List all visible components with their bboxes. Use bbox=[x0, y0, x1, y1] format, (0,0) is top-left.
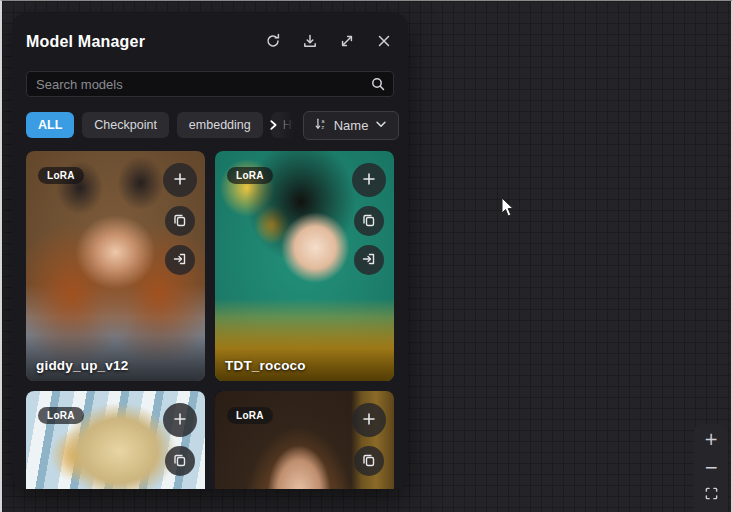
refresh-icon bbox=[265, 33, 281, 52]
canvas-zoom-toolbar: + − bbox=[694, 424, 728, 512]
close-button[interactable] bbox=[374, 32, 394, 52]
add-node-button[interactable] bbox=[163, 403, 197, 437]
sort-label: Name bbox=[334, 118, 369, 133]
expand-button[interactable] bbox=[337, 32, 357, 52]
expand-icon bbox=[339, 33, 355, 52]
node-canvas[interactable]: Model Manager bbox=[0, 0, 733, 512]
plus-icon bbox=[361, 411, 377, 430]
add-node-button[interactable] bbox=[352, 163, 386, 197]
chevron-right-icon[interactable] bbox=[266, 118, 280, 132]
copy-button[interactable] bbox=[354, 446, 384, 476]
model-type-badge: LoRA bbox=[227, 167, 273, 184]
close-icon bbox=[376, 33, 392, 52]
filter-checkpoint[interactable]: Checkpoint bbox=[82, 112, 169, 138]
copy-icon bbox=[361, 452, 377, 471]
import-icon bbox=[172, 251, 188, 270]
model-card-3[interactable]: LoRA bbox=[26, 391, 205, 489]
filter-all[interactable]: ALL bbox=[26, 112, 74, 138]
model-card-grid: LoRA bbox=[26, 151, 394, 489]
svg-text:z: z bbox=[321, 124, 324, 130]
model-type-badge: LoRA bbox=[227, 407, 273, 424]
add-node-button[interactable] bbox=[352, 403, 386, 437]
fit-view-button[interactable] bbox=[697, 482, 725, 508]
copy-button[interactable] bbox=[165, 446, 195, 476]
panel-title: Model Manager bbox=[26, 33, 246, 51]
refresh-button[interactable] bbox=[263, 32, 283, 52]
search-icon bbox=[370, 76, 386, 92]
chevron-down-icon bbox=[374, 117, 388, 134]
download-button[interactable] bbox=[300, 32, 320, 52]
load-workflow-button[interactable] bbox=[354, 245, 384, 275]
sort-dropdown[interactable]: a z Name bbox=[303, 111, 400, 140]
search-input[interactable] bbox=[26, 71, 394, 97]
model-card-4[interactable]: LoRA bbox=[215, 391, 394, 489]
mouse-cursor bbox=[501, 197, 516, 218]
fit-view-icon bbox=[704, 485, 719, 505]
download-icon bbox=[302, 33, 318, 52]
plus-icon bbox=[172, 411, 188, 430]
model-type-badge: LoRA bbox=[38, 167, 84, 184]
add-node-button[interactable] bbox=[163, 163, 197, 197]
copy-button[interactable] bbox=[165, 206, 195, 236]
model-name: TDT_rococo bbox=[225, 358, 306, 373]
card-actions bbox=[163, 163, 197, 275]
svg-text:a: a bbox=[321, 118, 324, 124]
import-icon bbox=[361, 251, 377, 270]
model-card-tdt-rococo[interactable]: LoRA bbox=[215, 151, 394, 381]
filter-bar: ALL Checkpoint embedding Hypernetwork a … bbox=[26, 111, 394, 139]
zoom-in-button[interactable]: + bbox=[697, 426, 725, 452]
model-name: giddy_up_v12 bbox=[36, 358, 128, 373]
search-box bbox=[26, 71, 394, 97]
model-type-badge: LoRA bbox=[38, 407, 84, 424]
copy-icon bbox=[172, 452, 188, 471]
copy-button[interactable] bbox=[354, 206, 384, 236]
sort-alpha-icon: a z bbox=[314, 117, 328, 134]
load-workflow-button[interactable] bbox=[165, 245, 195, 275]
model-manager-panel: Model Manager bbox=[12, 13, 408, 489]
copy-icon bbox=[361, 212, 377, 231]
plus-icon bbox=[172, 171, 188, 190]
plus-icon bbox=[361, 171, 377, 190]
card-actions bbox=[163, 403, 197, 476]
zoom-out-button[interactable]: − bbox=[697, 454, 725, 480]
copy-icon bbox=[172, 212, 188, 231]
panel-header: Model Manager bbox=[26, 29, 394, 55]
card-actions bbox=[352, 403, 386, 476]
model-card-giddy-up-v12[interactable]: LoRA bbox=[26, 151, 205, 381]
card-actions bbox=[352, 163, 386, 275]
filter-embedding[interactable]: embedding bbox=[177, 112, 263, 138]
